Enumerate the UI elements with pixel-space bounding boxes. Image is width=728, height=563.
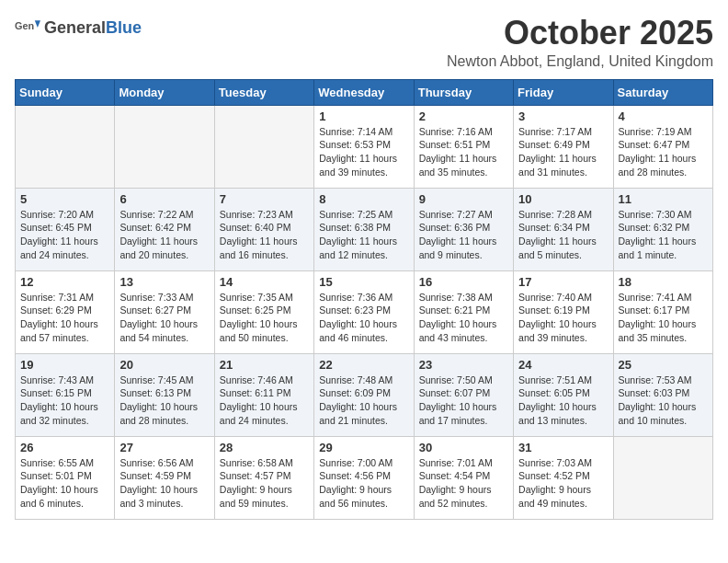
day-info: Sunrise: 7:45 AMSunset: 6:13 PMDaylight:… bbox=[119, 373, 209, 428]
day-number: 3 bbox=[518, 109, 608, 123]
calendar-cell: 8Sunrise: 7:25 AMSunset: 6:38 PMDaylight… bbox=[314, 188, 414, 270]
calendar-cell: 19Sunrise: 7:43 AMSunset: 6:15 PMDayligh… bbox=[16, 353, 115, 436]
day-number: 24 bbox=[518, 358, 608, 372]
calendar-cell: 5Sunrise: 7:20 AMSunset: 6:45 PMDaylight… bbox=[16, 188, 115, 270]
day-info: Sunrise: 7:20 AMSunset: 6:45 PMDaylight:… bbox=[20, 208, 109, 262]
calendar-cell: 17Sunrise: 7:40 AMSunset: 6:19 PMDayligh… bbox=[514, 270, 613, 353]
calendar-cell bbox=[115, 105, 214, 188]
day-info: Sunrise: 7:53 AMSunset: 6:03 PMDaylight:… bbox=[619, 373, 708, 428]
calendar-cell: 6Sunrise: 7:22 AMSunset: 6:42 PMDaylight… bbox=[115, 188, 214, 270]
day-info: Sunrise: 7:46 AMSunset: 6:11 PMDaylight:… bbox=[220, 373, 309, 428]
day-number: 12 bbox=[20, 275, 109, 289]
calendar-cell: 20Sunrise: 7:45 AMSunset: 6:13 PMDayligh… bbox=[115, 353, 214, 436]
calendar-cell: 2Sunrise: 7:16 AMSunset: 6:51 PMDaylight… bbox=[414, 105, 513, 188]
day-info: Sunrise: 7:14 AMSunset: 6:53 PMDaylight:… bbox=[319, 125, 408, 179]
day-info: Sunrise: 7:43 AMSunset: 6:15 PMDaylight:… bbox=[20, 373, 109, 428]
day-info: Sunrise: 7:41 AMSunset: 6:17 PMDaylight:… bbox=[619, 291, 708, 345]
calendar-cell: 9Sunrise: 7:27 AMSunset: 6:36 PMDaylight… bbox=[414, 188, 513, 270]
day-info: Sunrise: 7:30 AMSunset: 6:32 PMDaylight:… bbox=[619, 208, 708, 262]
day-number: 7 bbox=[220, 192, 309, 206]
day-number: 9 bbox=[419, 192, 508, 206]
calendar-cell: 30Sunrise: 7:01 AMSunset: 4:54 PMDayligh… bbox=[414, 436, 513, 519]
calendar-cell bbox=[613, 436, 712, 519]
day-info: Sunrise: 7:48 AMSunset: 6:09 PMDaylight:… bbox=[319, 373, 408, 428]
calendar-cell: 24Sunrise: 7:51 AMSunset: 6:05 PMDayligh… bbox=[514, 353, 613, 436]
calendar-cell bbox=[16, 105, 115, 188]
day-number: 25 bbox=[619, 358, 708, 372]
day-number: 10 bbox=[518, 192, 608, 206]
day-number: 31 bbox=[518, 441, 608, 454]
calendar-cell: 21Sunrise: 7:46 AMSunset: 6:11 PMDayligh… bbox=[214, 353, 313, 436]
day-info: Sunrise: 7:25 AMSunset: 6:38 PMDaylight:… bbox=[319, 208, 408, 262]
column-header-saturday: Saturday bbox=[613, 79, 712, 105]
column-header-monday: Monday bbox=[115, 79, 214, 105]
calendar-cell: 12Sunrise: 7:31 AMSunset: 6:29 PMDayligh… bbox=[16, 270, 115, 353]
day-number: 14 bbox=[220, 275, 309, 289]
calendar-cell: 18Sunrise: 7:41 AMSunset: 6:17 PMDayligh… bbox=[613, 270, 712, 353]
calendar-cell: 13Sunrise: 7:33 AMSunset: 6:27 PMDayligh… bbox=[115, 270, 214, 353]
column-header-sunday: Sunday bbox=[16, 79, 115, 105]
calendar-cell: 10Sunrise: 7:28 AMSunset: 6:34 PMDayligh… bbox=[514, 188, 613, 270]
day-number: 6 bbox=[119, 192, 209, 206]
calendar-cell: 1Sunrise: 7:14 AMSunset: 6:53 PMDaylight… bbox=[314, 105, 414, 188]
day-number: 2 bbox=[419, 109, 508, 123]
day-number: 28 bbox=[220, 441, 309, 454]
day-number: 1 bbox=[319, 109, 408, 123]
logo-icon: Gen bbox=[15, 15, 40, 40]
day-number: 5 bbox=[20, 192, 109, 206]
location-subtitle: Newton Abbot, England, United Kingdom bbox=[447, 53, 713, 70]
calendar-cell: 15Sunrise: 7:36 AMSunset: 6:23 PMDayligh… bbox=[314, 270, 414, 353]
day-info: Sunrise: 7:36 AMSunset: 6:23 PMDaylight:… bbox=[319, 291, 408, 345]
logo: Gen General Blue bbox=[15, 15, 142, 40]
logo-general-text: General bbox=[44, 18, 106, 38]
calendar-cell: 11Sunrise: 7:30 AMSunset: 6:32 PMDayligh… bbox=[613, 188, 712, 270]
day-info: Sunrise: 7:27 AMSunset: 6:36 PMDaylight:… bbox=[419, 208, 508, 262]
column-header-tuesday: Tuesday bbox=[214, 79, 313, 105]
day-number: 20 bbox=[119, 358, 209, 372]
calendar-cell: 3Sunrise: 7:17 AMSunset: 6:49 PMDaylight… bbox=[514, 105, 613, 188]
day-info: Sunrise: 7:19 AMSunset: 6:47 PMDaylight:… bbox=[619, 125, 708, 179]
day-number: 26 bbox=[20, 441, 109, 454]
day-number: 23 bbox=[419, 358, 508, 372]
month-title: October 2025 bbox=[447, 15, 713, 52]
day-info: Sunrise: 7:33 AMSunset: 6:27 PMDaylight:… bbox=[119, 291, 209, 345]
day-number: 19 bbox=[20, 358, 109, 372]
column-header-wednesday: Wednesday bbox=[314, 79, 414, 105]
calendar-cell: 28Sunrise: 6:58 AMSunset: 4:57 PMDayligh… bbox=[214, 436, 313, 519]
day-info: Sunrise: 7:50 AMSunset: 6:07 PMDaylight:… bbox=[419, 373, 508, 428]
day-info: Sunrise: 7:31 AMSunset: 6:29 PMDaylight:… bbox=[20, 291, 109, 345]
column-header-thursday: Thursday bbox=[414, 79, 513, 105]
week-row-2: 5Sunrise: 7:20 AMSunset: 6:45 PMDaylight… bbox=[16, 188, 713, 270]
day-info: Sunrise: 7:00 AMSunset: 4:56 PMDaylight:… bbox=[319, 456, 408, 511]
day-info: Sunrise: 7:22 AMSunset: 6:42 PMDaylight:… bbox=[119, 208, 209, 262]
day-number: 11 bbox=[619, 192, 708, 206]
calendar-cell: 29Sunrise: 7:00 AMSunset: 4:56 PMDayligh… bbox=[314, 436, 414, 519]
week-row-5: 26Sunrise: 6:55 AMSunset: 5:01 PMDayligh… bbox=[16, 436, 713, 519]
calendar-cell: 25Sunrise: 7:53 AMSunset: 6:03 PMDayligh… bbox=[613, 353, 712, 436]
calendar-cell: 22Sunrise: 7:48 AMSunset: 6:09 PMDayligh… bbox=[314, 353, 414, 436]
calendar-cell: 31Sunrise: 7:03 AMSunset: 4:52 PMDayligh… bbox=[514, 436, 613, 519]
day-number: 16 bbox=[419, 275, 508, 289]
week-row-1: 1Sunrise: 7:14 AMSunset: 6:53 PMDaylight… bbox=[16, 105, 713, 188]
day-info: Sunrise: 7:38 AMSunset: 6:21 PMDaylight:… bbox=[419, 291, 508, 345]
day-number: 4 bbox=[619, 109, 708, 123]
column-header-friday: Friday bbox=[514, 79, 613, 105]
day-info: Sunrise: 6:56 AMSunset: 4:59 PMDaylight:… bbox=[119, 456, 209, 511]
week-row-3: 12Sunrise: 7:31 AMSunset: 6:29 PMDayligh… bbox=[16, 270, 713, 353]
day-number: 13 bbox=[119, 275, 209, 289]
page-header: Gen General Blue October 2025 Newton Abb… bbox=[15, 15, 713, 70]
day-info: Sunrise: 7:16 AMSunset: 6:51 PMDaylight:… bbox=[419, 125, 508, 179]
day-info: Sunrise: 7:40 AMSunset: 6:19 PMDaylight:… bbox=[518, 291, 608, 345]
calendar-cell: 16Sunrise: 7:38 AMSunset: 6:21 PMDayligh… bbox=[414, 270, 513, 353]
title-area: October 2025 Newton Abbot, England, Unit… bbox=[447, 15, 713, 70]
day-number: 21 bbox=[220, 358, 309, 372]
svg-marker-1 bbox=[35, 20, 40, 28]
day-number: 27 bbox=[119, 441, 209, 454]
day-info: Sunrise: 7:17 AMSunset: 6:49 PMDaylight:… bbox=[518, 125, 608, 179]
calendar-cell: 4Sunrise: 7:19 AMSunset: 6:47 PMDaylight… bbox=[613, 105, 712, 188]
day-info: Sunrise: 6:58 AMSunset: 4:57 PMDaylight:… bbox=[220, 456, 309, 511]
day-number: 15 bbox=[319, 275, 408, 289]
day-number: 29 bbox=[319, 441, 408, 454]
day-number: 8 bbox=[319, 192, 408, 206]
calendar-header-row: SundayMondayTuesdayWednesdayThursdayFrid… bbox=[16, 79, 713, 105]
